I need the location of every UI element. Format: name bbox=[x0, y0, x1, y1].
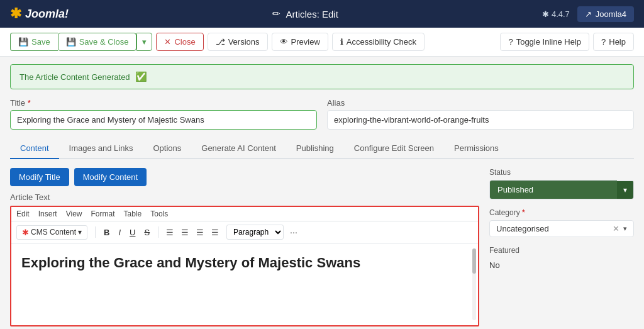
tab-images-links[interactable]: Images and Links bbox=[59, 138, 143, 159]
joomla-logo-text: Joomla! bbox=[25, 8, 69, 21]
preview-icon: 👁 bbox=[280, 37, 288, 47]
success-text: The Article Content Generated bbox=[19, 72, 130, 82]
editor-scrollbar-thumb[interactable] bbox=[472, 248, 476, 274]
editor-body[interactable]: Exploring the Grace and Mystery of Majes… bbox=[11, 243, 478, 325]
editor-scrollbar-track[interactable] bbox=[472, 248, 476, 320]
title-input[interactable] bbox=[10, 110, 317, 130]
account-label: Joomla4 bbox=[596, 9, 626, 19]
help-button[interactable]: ? Help bbox=[593, 33, 634, 51]
title-required: * bbox=[28, 98, 31, 108]
cms-joomla-icon: ✱ bbox=[22, 228, 29, 237]
editor-toolbar: ✱ CMS Content ▾ B I U S ☰ ☰ ☰ ☰ Paragrap bbox=[11, 221, 478, 243]
editor-wrapper: Edit Insert View Format Table Tools ✱ CM… bbox=[10, 206, 479, 326]
modify-title-button[interactable]: Modify Title bbox=[10, 168, 69, 186]
category-label: Category * bbox=[489, 208, 634, 217]
navbar-right: ✱ 4.4.7 ↗ Joomla4 bbox=[542, 6, 634, 22]
status-value[interactable]: Published bbox=[490, 181, 617, 199]
save-dropdown-button[interactable]: ▾ bbox=[136, 33, 152, 51]
alias-label: Alias bbox=[327, 98, 634, 108]
menu-table[interactable]: Table bbox=[124, 209, 142, 218]
align-left-button[interactable]: ☰ bbox=[164, 226, 176, 238]
featured-value: No bbox=[489, 258, 634, 272]
content-area: Modify Title Modify Content Article Text… bbox=[10, 168, 634, 326]
joomla-icon: ✱ bbox=[10, 6, 21, 22]
preview-button[interactable]: 👁 Preview bbox=[272, 33, 328, 51]
main-content: The Article Content Generated ✅ Title * … bbox=[0, 57, 644, 329]
paragraph-select[interactable]: Paragraph Heading 1 Heading 2 Heading 3 bbox=[226, 225, 284, 240]
joomla-logo[interactable]: ✱ Joomla! bbox=[10, 6, 69, 22]
toggle-help-button[interactable]: ? Toggle Inline Help bbox=[500, 33, 589, 51]
featured-section: Featured No bbox=[489, 246, 634, 272]
account-button[interactable]: ↗ Joomla4 bbox=[577, 6, 634, 22]
category-select[interactable]: Uncategorised ✕ ▾ bbox=[489, 220, 634, 237]
align-right-button[interactable]: ☰ bbox=[194, 226, 206, 238]
tab-permissions[interactable]: Permissions bbox=[444, 138, 509, 159]
featured-label: Featured bbox=[489, 246, 634, 255]
save-button[interactable]: 💾 Save bbox=[10, 33, 58, 51]
accessibility-label: Accessibility Check bbox=[347, 37, 416, 47]
status-dropdown-arrow[interactable]: ▾ bbox=[617, 181, 633, 199]
save-label: Save bbox=[31, 37, 50, 47]
edit-pencil-icon: ✏ bbox=[272, 8, 280, 20]
tab-generate-ai[interactable]: Generate AI Content bbox=[191, 138, 286, 159]
accessibility-button[interactable]: ℹ Accessibility Check bbox=[332, 33, 425, 51]
title-group: Title * bbox=[10, 98, 317, 130]
tab-content[interactable]: Content bbox=[10, 138, 59, 159]
category-controls: ✕ ▾ bbox=[613, 224, 627, 233]
save-close-label: Save & Close bbox=[79, 37, 129, 47]
underline-button[interactable]: U bbox=[126, 226, 138, 238]
account-icon: ↗ bbox=[585, 9, 592, 19]
cms-content-button[interactable]: ✱ CMS Content ▾ bbox=[16, 225, 87, 240]
preview-label: Preview bbox=[291, 37, 320, 47]
success-banner: The Article Content Generated ✅ bbox=[10, 64, 634, 89]
page-title-bar: ✏ Articles: Edit bbox=[272, 8, 338, 20]
align-justify-button[interactable]: ☰ bbox=[209, 226, 221, 238]
tab-options[interactable]: Options bbox=[143, 138, 191, 159]
title-label: Title * bbox=[10, 98, 317, 108]
close-x-icon: ✕ bbox=[164, 37, 171, 47]
checkmark-icon: ✅ bbox=[135, 71, 147, 82]
italic-button[interactable]: I bbox=[115, 226, 124, 238]
menu-format[interactable]: Format bbox=[91, 209, 115, 218]
menu-tools[interactable]: Tools bbox=[150, 209, 168, 218]
versions-icon: ⎇ bbox=[216, 37, 225, 47]
page-title: Articles: Edit bbox=[286, 9, 338, 20]
save-close-button[interactable]: 💾 Save & Close bbox=[58, 33, 137, 51]
tab-publishing[interactable]: Publishing bbox=[286, 138, 344, 159]
menu-view[interactable]: View bbox=[66, 209, 82, 218]
category-required: * bbox=[522, 208, 525, 217]
cms-content-label: CMS Content bbox=[31, 228, 76, 237]
alias-input[interactable] bbox=[327, 110, 634, 130]
close-label: Close bbox=[174, 37, 195, 47]
align-center-button[interactable]: ☰ bbox=[179, 226, 191, 238]
article-text-label: Article Text bbox=[10, 192, 479, 202]
toolbar-separator-1 bbox=[95, 226, 96, 238]
status-label: Status bbox=[489, 168, 634, 177]
versions-button[interactable]: ⎇ Versions bbox=[208, 33, 268, 51]
sidebar-panel: Status Published ▾ Category * Uncategori… bbox=[489, 168, 634, 326]
strikethrough-button[interactable]: S bbox=[141, 226, 153, 238]
status-select[interactable]: Published ▾ bbox=[489, 180, 634, 199]
editor-text: Exploring the Grace and Mystery of Majes… bbox=[21, 255, 360, 270]
close-button[interactable]: ✕ Close bbox=[156, 33, 203, 51]
save-close-icon: 💾 bbox=[66, 37, 76, 47]
editor-content[interactable]: Exploring the Grace and Mystery of Majes… bbox=[21, 254, 468, 273]
bold-button[interactable]: B bbox=[101, 226, 113, 238]
menu-insert[interactable]: Insert bbox=[38, 209, 57, 218]
modify-content-button[interactable]: Modify Content bbox=[74, 168, 147, 186]
modify-buttons: Modify Title Modify Content bbox=[10, 168, 479, 186]
editor-panel: Modify Title Modify Content Article Text… bbox=[10, 168, 479, 326]
more-options-button[interactable]: ··· bbox=[287, 226, 300, 238]
help-label: Help bbox=[609, 37, 626, 47]
cms-dropdown-icon: ▾ bbox=[78, 228, 82, 237]
version-label: ✱ 4.4.7 bbox=[542, 9, 570, 19]
help-circle-icon: ? bbox=[508, 37, 513, 47]
versions-label: Versions bbox=[228, 37, 260, 47]
category-clear-icon[interactable]: ✕ bbox=[613, 224, 619, 233]
accessibility-icon: ℹ bbox=[340, 37, 343, 47]
status-section: Status Published ▾ bbox=[489, 168, 634, 199]
category-dropdown-icon[interactable]: ▾ bbox=[623, 225, 627, 233]
question-icon: ? bbox=[601, 37, 606, 47]
menu-edit[interactable]: Edit bbox=[16, 209, 30, 218]
tab-configure[interactable]: Configure Edit Screen bbox=[344, 138, 444, 159]
